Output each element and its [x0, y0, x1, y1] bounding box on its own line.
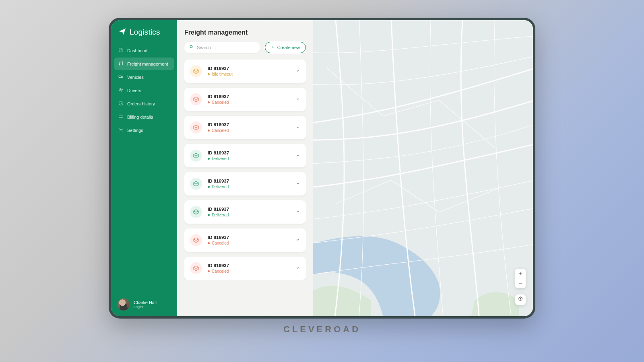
svg-rect-9 [119, 115, 123, 118]
map-panel[interactable]: + − [313, 20, 533, 316]
svg-point-1 [119, 64, 120, 65]
status-dot-icon [208, 214, 210, 216]
avatar [118, 298, 130, 311]
status-label: Canceled [212, 241, 229, 245]
freight-id: ID 816937 [208, 235, 290, 240]
status-label: Delivered [212, 213, 229, 217]
gear-icon [118, 127, 124, 133]
freight-id: ID 816937 [208, 122, 290, 127]
freight-card[interactable]: ID 816937Delivered [184, 200, 306, 224]
package-icon [190, 178, 202, 190]
sidebar-item-label: Billing details [127, 115, 153, 119]
freight-status: Canceled [208, 128, 290, 133]
chevron-down-icon [295, 124, 300, 131]
freight-card[interactable]: ID 816937Canceled [184, 257, 306, 280]
crosshair-icon [518, 296, 523, 303]
sidebar-item-drivers[interactable]: Drivers [114, 84, 174, 97]
package-icon [190, 93, 202, 105]
sidebar-nav: DashboodFreight managementVehiclesDriver… [111, 44, 177, 136]
sidebar-item-label: Orders history [127, 101, 155, 106]
freight-id: ID 816937 [208, 94, 290, 99]
freight-id: ID 816937 [208, 66, 290, 71]
svg-point-7 [122, 89, 123, 90]
sidebar-item-orders-history[interactable]: Orders history [114, 97, 174, 110]
status-dot-icon [208, 130, 210, 132]
svg-point-6 [120, 88, 121, 90]
freight-id: ID 816937 [208, 179, 290, 183]
freight-card[interactable]: ID 816937Idle timeout [184, 60, 306, 83]
search-placeholder: Search [197, 45, 211, 50]
users-icon [118, 87, 124, 93]
sidebar-item-label: Drivers [127, 88, 141, 93]
locate-button[interactable] [515, 294, 526, 305]
svg-point-2 [122, 62, 123, 62]
freight-card[interactable]: ID 816937Canceled [184, 88, 306, 111]
profile-role: Logist [134, 305, 157, 309]
freight-status: Delivered [208, 185, 290, 189]
freight-card[interactable]: ID 816937Canceled [184, 116, 306, 139]
status-label: Canceled [212, 269, 229, 274]
svg-point-10 [120, 129, 122, 130]
package-icon [190, 121, 202, 134]
package-icon [190, 234, 202, 246]
list-panel: Freight management Search Create new ID … [177, 20, 313, 316]
search-icon [189, 45, 194, 50]
sidebar-item-vehicles[interactable]: Vehicles [114, 71, 174, 83]
chevron-down-icon [295, 152, 300, 159]
status-dot-icon [208, 73, 210, 75]
status-dot-icon [208, 158, 210, 160]
sidebar: Logistics DashboodFreight managementVehi… [111, 20, 177, 316]
svg-point-4 [120, 77, 120, 78]
route-icon [118, 61, 124, 67]
truck-icon [118, 74, 124, 80]
package-icon [190, 150, 202, 162]
status-label: Delivered [212, 156, 229, 161]
svg-rect-3 [119, 76, 122, 77]
status-dot-icon [208, 186, 210, 188]
package-icon [190, 206, 202, 218]
plus-icon [271, 45, 275, 50]
sidebar-item-billing-details[interactable]: Billing details [114, 111, 174, 123]
device-frame: Logistics DashboodFreight managementVehi… [109, 18, 535, 319]
freight-status: Canceled [208, 241, 290, 245]
sidebar-item-freight-management[interactable]: Freight management [114, 58, 174, 70]
package-icon [190, 65, 202, 77]
freight-card[interactable]: ID 816937Canceled [184, 228, 306, 252]
paper-plane-icon [118, 27, 126, 37]
card-icon [118, 114, 124, 120]
chevron-down-icon [295, 68, 300, 75]
freight-list: ID 816937Idle timeoutID 816937CanceledID… [184, 60, 306, 280]
freight-status: Delivered [208, 213, 290, 217]
freight-id: ID 816937 [208, 207, 290, 212]
chevron-down-icon [295, 180, 300, 187]
status-label: Canceled [212, 128, 229, 133]
zoom-out-button[interactable]: − [515, 278, 526, 288]
freight-card[interactable]: ID 816937Delivered [184, 172, 306, 195]
gauge-icon [118, 47, 124, 53]
chevron-down-icon [295, 208, 300, 216]
zoom-in-button[interactable]: + [515, 269, 526, 278]
svg-point-11 [190, 45, 192, 48]
status-dot-icon [208, 242, 210, 244]
sidebar-item-dashbood[interactable]: Dashbood [114, 44, 174, 57]
search-input[interactable]: Search [184, 42, 260, 53]
profile[interactable]: Charlie Hall Logist [111, 298, 177, 311]
create-new-button[interactable]: Create new [265, 42, 306, 53]
freight-card[interactable]: ID 816937Delivered [184, 144, 306, 167]
brand-text: Logistics [130, 28, 160, 37]
footer-brand: CLEVEROAD [283, 324, 361, 335]
sidebar-item-label: Dashbood [127, 48, 147, 53]
page-title: Freight management [184, 29, 306, 36]
status-dot-icon [208, 101, 210, 103]
package-icon [190, 262, 202, 274]
status-label: Canceled [212, 100, 229, 105]
freight-status: Idle timeout [208, 72, 290, 76]
freight-status: Canceled [208, 100, 290, 105]
clock-icon [118, 101, 124, 107]
svg-point-14 [520, 298, 521, 299]
freight-id: ID 816937 [208, 150, 290, 155]
create-new-label: Create new [277, 45, 300, 50]
chevron-down-icon [295, 96, 300, 103]
app-screen: Logistics DashboodFreight managementVehi… [111, 20, 533, 316]
sidebar-item-settings[interactable]: Settings [114, 124, 174, 136]
